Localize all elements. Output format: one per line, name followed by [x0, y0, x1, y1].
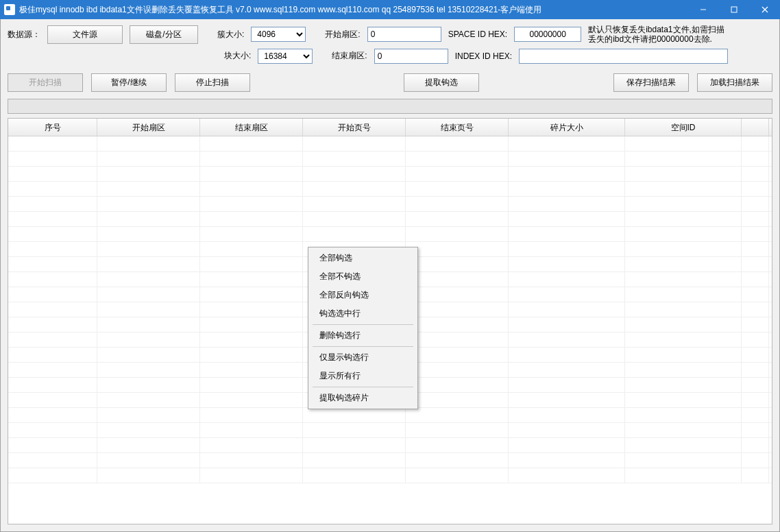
cell: [8, 242, 97, 256]
cell: [8, 317, 97, 332]
cell: [200, 212, 303, 226]
cell: [200, 408, 303, 422]
cell: [200, 287, 303, 302]
table-row[interactable]: [8, 468, 772, 483]
cell: [200, 167, 303, 181]
close-button[interactable]: [749, 0, 780, 19]
end-sector-label: 结束扇区:: [332, 50, 367, 62]
table-row[interactable]: [8, 423, 772, 438]
cm-select-row[interactable]: 钩选选中行: [310, 304, 416, 323]
table-row[interactable]: [8, 227, 772, 242]
cell: [742, 272, 769, 287]
col-index[interactable]: 序号: [8, 119, 97, 136]
space-id-label: SPACE ID HEX:: [448, 29, 507, 39]
table-row[interactable]: [8, 136, 772, 152]
cell: [742, 317, 769, 332]
cell: [8, 136, 97, 151]
cm-show-all[interactable]: 显示所有行: [310, 367, 416, 385]
end-sector-input[interactable]: [374, 49, 448, 64]
cell: [97, 167, 200, 181]
cell: [509, 197, 625, 211]
col-end-sector[interactable]: 结束扇区: [200, 119, 303, 136]
cell: [742, 182, 769, 196]
cell: [406, 212, 509, 226]
maximize-button[interactable]: [718, 0, 749, 19]
cell: [509, 136, 625, 151]
cell: [742, 453, 769, 468]
col-extra[interactable]: [742, 119, 769, 136]
cell: [200, 378, 303, 392]
disk-partition-button[interactable]: 磁盘/分区: [130, 25, 198, 44]
cell: [97, 438, 200, 452]
cell: [509, 182, 625, 196]
file-source-button[interactable]: 文件源: [47, 25, 123, 44]
controls-row-2: 块大小: 16384 结束扇区: INDEX ID HEX:: [1, 47, 779, 69]
space-id-input[interactable]: [514, 27, 581, 42]
cell: [406, 438, 509, 452]
cm-delete-checked[interactable]: 删除钩选行: [310, 326, 416, 345]
cell: [8, 257, 97, 271]
cell: [97, 182, 200, 196]
table-row[interactable]: [8, 212, 772, 227]
cell: [303, 152, 406, 166]
table-row[interactable]: [8, 438, 772, 453]
cell: [200, 302, 303, 317]
save-result-button[interactable]: 保存扫描结果: [613, 73, 689, 92]
cell: [97, 212, 200, 226]
index-id-input[interactable]: [519, 49, 728, 64]
cell: [8, 227, 97, 241]
col-frag-size[interactable]: 碎片大小: [509, 119, 625, 136]
load-result-button[interactable]: 加载扫描结果: [697, 73, 772, 92]
cell: [406, 167, 509, 181]
cell: [303, 227, 406, 241]
col-start-page[interactable]: 开始页号: [303, 119, 406, 136]
table-row[interactable]: [8, 182, 772, 197]
cell: [406, 242, 509, 256]
table-row[interactable]: [8, 408, 772, 423]
cell: [8, 423, 97, 437]
cell: [97, 257, 200, 271]
cell: [509, 468, 625, 483]
cell: [509, 408, 625, 422]
cell: [200, 453, 303, 468]
col-end-page[interactable]: 结束页号: [406, 119, 509, 136]
cell: [97, 332, 200, 347]
col-start-sector[interactable]: 开始扇区: [97, 119, 200, 136]
cell: [200, 197, 303, 211]
table-row[interactable]: [8, 152, 772, 167]
stop-scan-button[interactable]: 停止扫描: [175, 73, 250, 92]
app-icon: [4, 4, 15, 15]
cm-extract-fragments[interactable]: 提取钩选碎片: [310, 389, 416, 407]
cell: [97, 227, 200, 241]
start-scan-button[interactable]: 开始扫描: [8, 73, 83, 92]
table-row[interactable]: [8, 453, 772, 468]
cell: [97, 378, 200, 392]
data-source-label: 数据源：: [8, 29, 40, 40]
window-title: 极佳mysql innodb ibd ibdata1文件误删除丢失覆盖恢复工具 …: [19, 4, 687, 16]
col-space-id[interactable]: 空间ID: [625, 119, 742, 136]
block-size-select[interactable]: 16384: [258, 49, 313, 64]
extract-checked-button[interactable]: 提取钩选: [404, 73, 479, 92]
cell: [97, 242, 200, 256]
table-row[interactable]: [8, 197, 772, 212]
cell: [303, 453, 406, 468]
cm-show-checked[interactable]: 仅显示钩选行: [310, 348, 416, 367]
cm-select-all[interactable]: 全部钩选: [310, 249, 416, 267]
cluster-size-select[interactable]: 4096: [251, 27, 306, 42]
cell: [200, 332, 303, 347]
context-menu: 全部钩选 全部不钩选 全部反向钩选 钩选选中行 删除钩选行 仅显示钩选行 显示所…: [308, 247, 418, 409]
cell: [509, 287, 625, 302]
pause-resume-button[interactable]: 暂停/继续: [91, 73, 167, 92]
minimize-button[interactable]: [687, 0, 718, 19]
cell: [200, 348, 303, 362]
cm-invert[interactable]: 全部反向钩选: [310, 286, 416, 304]
cm-deselect-all[interactable]: 全部不钩选: [310, 267, 416, 286]
cell: [742, 227, 769, 241]
cell: [406, 302, 509, 317]
cell: [509, 302, 625, 317]
start-sector-input[interactable]: [367, 27, 441, 42]
cell: [303, 197, 406, 211]
cell: [509, 317, 625, 332]
table-row[interactable]: [8, 167, 772, 182]
cell: [8, 378, 97, 392]
